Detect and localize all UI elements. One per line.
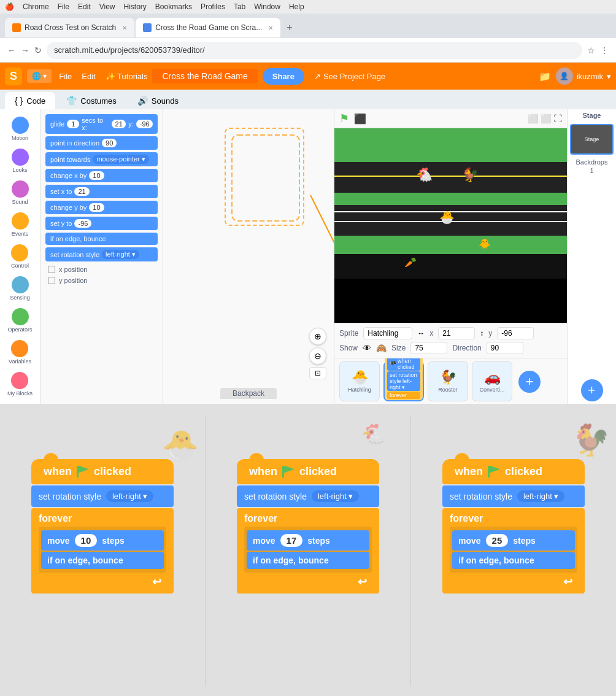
sprite-y-input[interactable] [497, 327, 534, 339]
move-val-1[interactable]: 10 [75, 534, 98, 547]
bounce-block-3[interactable]: if on edge, bounce [452, 552, 575, 569]
tab2-close[interactable]: ✕ [268, 25, 273, 31]
forever-block-3[interactable]: forever move 25 steps if on edge, bounce… [442, 508, 585, 594]
hat-block-1[interactable]: when clicked [31, 459, 174, 484]
tab1-close[interactable]: ✕ [122, 25, 127, 31]
globe-button[interactable]: 🌐 ▾ [27, 69, 52, 83]
sprite-x-input[interactable] [438, 327, 475, 339]
if-edge-bounce-block[interactable]: if on edge, bounce [45, 233, 158, 245]
menu-profiles[interactable]: Profiles [201, 2, 225, 11]
menu-chrome[interactable]: Chrome [23, 2, 49, 11]
script-canvas[interactable]: ⊕ ⊖ ⊡ Backpack [163, 109, 334, 404]
zoom-in-button[interactable]: ⊕ [309, 328, 326, 345]
sprite-thumb-convertible[interactable]: 🚗 Converti... [472, 361, 512, 401]
rotation-dropdown-1[interactable]: left-right ▾ [106, 490, 153, 502]
category-looks[interactable]: Looks [9, 146, 31, 176]
category-sound[interactable]: Sound [9, 178, 31, 207]
bounce-block-2[interactable]: if on edge, bounce [247, 552, 369, 569]
move-block-1[interactable]: move 10 steps [41, 530, 164, 551]
category-myblocks[interactable]: My Blocks [5, 369, 35, 399]
point-towards-block[interactable]: point towards mouse-pointer ▾ [45, 152, 158, 166]
direction-input[interactable] [487, 342, 523, 354]
stage-thumbnail[interactable]: Stage [570, 124, 614, 155]
category-events[interactable]: Events [9, 210, 31, 239]
forever-block-2[interactable]: forever move 17 steps if on edge, bounce… [237, 508, 379, 594]
menu-file[interactable]: File [58, 2, 69, 11]
add-sprite-button[interactable]: + [518, 371, 541, 393]
hat-block-3[interactable]: when clicked [442, 459, 585, 484]
set-rotation-3[interactable]: set rotation style left-right ▾ [442, 485, 585, 507]
add-backdrop-button[interactable]: + [581, 379, 603, 401]
menu-view[interactable]: View [99, 2, 115, 11]
see-project-button[interactable]: ↗ See Project Page [314, 72, 385, 81]
menu-edit[interactable]: Edit [78, 2, 91, 11]
tab-2[interactable]: Cross the Road Game on Scra... ✕ [136, 18, 280, 37]
set-rotation-1[interactable]: set rotation style left-right ▾ [31, 485, 174, 507]
eye-hidden-icon[interactable]: 🙈 [376, 343, 387, 353]
menu-tab[interactable]: Tab [234, 2, 245, 11]
scratch-logo[interactable]: S [5, 68, 22, 85]
x-position-checkbox[interactable]: x position [45, 264, 158, 275]
zoom-out-button[interactable]: ⊖ [309, 347, 326, 365]
y-position-checkbox[interactable]: y position [45, 275, 158, 286]
nav-file[interactable]: File [59, 72, 72, 81]
backpack-label[interactable]: Backpack [220, 388, 277, 399]
eye-visible-icon[interactable]: 👁 [363, 343, 371, 353]
user-menu[interactable]: 👤 ikuzmik ▾ [556, 68, 611, 85]
back-button[interactable]: ← [7, 45, 16, 55]
new-tab-button[interactable]: + [282, 20, 297, 36]
apple-menu[interactable]: 🍎 [5, 2, 14, 11]
change-y-block[interactable]: change y by 10 [45, 201, 158, 214]
set-rotation-block[interactable]: set rotation style left-right ▾ [45, 247, 158, 261]
point-direction-block[interactable]: point in direction 90 [45, 136, 158, 150]
bookmark-icon[interactable]: ☆ [587, 45, 595, 55]
menu-help[interactable]: Help [289, 2, 304, 11]
share-button[interactable]: Share [263, 68, 304, 85]
sprite-name-input[interactable] [363, 327, 412, 339]
menu-history[interactable]: History [124, 2, 147, 11]
sprite-thumb-selected[interactable]: 🗑 🐥 🏴when clicked set rotation style lef… [383, 361, 424, 401]
zoom-fit-button[interactable]: ⊡ [309, 367, 326, 379]
stage-fullscreen-icon[interactable]: ⛶ [553, 114, 562, 123]
category-sensing[interactable]: Sensing [7, 274, 33, 303]
nav-tutorials[interactable]: ✨ Tutorials [106, 72, 148, 81]
stage-small-icon[interactable]: ⬜ [528, 114, 538, 123]
extensions-icon[interactable]: ⋮ [600, 45, 609, 55]
sprite-thumb-rooster[interactable]: 🐓 Rooster [428, 361, 468, 401]
move-val-3[interactable]: 25 [486, 534, 509, 547]
forever-block-1[interactable]: forever move 10 steps if on edge, bounce… [31, 508, 174, 594]
reload-button[interactable]: ↻ [34, 45, 42, 55]
menu-window[interactable]: Window [254, 2, 280, 11]
set-y-block[interactable]: set y to -96 [45, 217, 158, 230]
category-variables[interactable]: Variables [6, 338, 34, 367]
tab-1[interactable]: Road Cross Test on Scratch ✕ [5, 18, 134, 37]
move-block-3[interactable]: move 25 steps [452, 530, 575, 551]
tab-code[interactable]: { } Code [5, 92, 55, 109]
glide-block[interactable]: glide 1 secs to x: 21 y: -96 [45, 114, 158, 134]
nav-edit[interactable]: Edit [82, 72, 95, 81]
menu-bookmarks[interactable]: Bookmarks [155, 2, 192, 11]
change-x-block[interactable]: change x by 10 [45, 169, 158, 182]
category-motion[interactable]: Motion [9, 114, 31, 144]
category-control[interactable]: Control [9, 242, 31, 271]
forward-button[interactable]: → [21, 45, 29, 55]
set-rotation-2[interactable]: set rotation style left-right ▾ [237, 485, 379, 507]
hat-block-2[interactable]: when clicked [237, 459, 379, 484]
stop-button[interactable]: ⬛ [354, 113, 366, 125]
tab-costumes[interactable]: 👕 Costumes [56, 92, 126, 109]
stage-normal-icon[interactable]: ⬜ [541, 114, 551, 123]
size-input[interactable] [410, 342, 447, 354]
tab-sounds[interactable]: 🔊 Sounds [128, 92, 188, 109]
category-operators[interactable]: Operators [5, 306, 34, 335]
move-val-2[interactable]: 17 [280, 534, 303, 547]
address-input[interactable] [47, 42, 582, 59]
move-block-2[interactable]: move 17 steps [247, 530, 369, 551]
rotation-dropdown-3[interactable]: left-right ▾ [517, 490, 564, 502]
set-x-block[interactable]: set x to 21 [45, 185, 158, 198]
folder-icon[interactable]: 📁 [539, 71, 551, 82]
bounce-block-1[interactable]: if on edge, bounce [41, 552, 164, 569]
green-flag-button[interactable]: ⚑ [339, 112, 349, 125]
project-title[interactable]: Cross the Road Game [152, 69, 257, 83]
rotation-dropdown-2[interactable]: left-right ▾ [312, 490, 359, 502]
sprite-thumb-hatchling[interactable]: 🐣 Hatchling [339, 361, 380, 401]
